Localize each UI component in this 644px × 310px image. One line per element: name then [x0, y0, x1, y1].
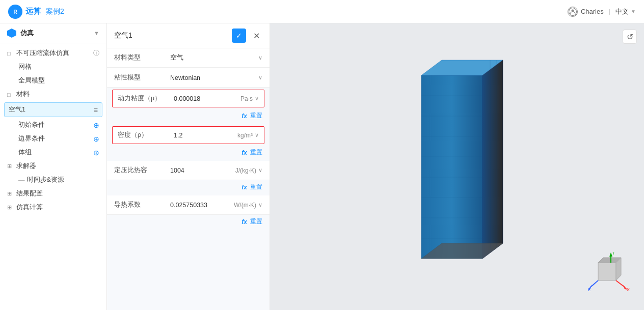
fx-row-specific-heat: fx 重置	[107, 181, 270, 195]
nav-divider: |	[609, 8, 610, 15]
sidebar-item-material[interactable]: □ 材料	[0, 88, 106, 101]
main-layout: 仿真 ▼ □ 不可压缩流体仿真 ⓘ 网格 全局模型 □ 材料	[0, 23, 644, 310]
expand-icon: ⊞	[7, 204, 14, 211]
field-value-material-type: 空气	[170, 53, 256, 62]
logo[interactable]: R 远算	[8, 5, 41, 19]
shield-icon	[7, 29, 16, 38]
panel-confirm-button[interactable]: ✓	[232, 29, 246, 43]
logo-icon: R	[8, 5, 22, 19]
fx-button-specific-heat[interactable]: fx	[242, 184, 247, 191]
language-selector[interactable]: 中文 ▼	[615, 7, 636, 16]
viewport-3d: ↺ Y X	[270, 23, 644, 310]
chevron-down-icon[interactable]: ∨	[258, 74, 262, 81]
sidebar-item-simulation-calc[interactable]: ⊞ 仿真计算	[0, 201, 106, 214]
sidebar-item-mesh[interactable]: 网格	[0, 60, 106, 74]
svg-text:X: X	[627, 287, 630, 292]
add-icon[interactable]: ⊕	[93, 149, 99, 157]
unit-pa-s: Pa·s	[240, 95, 253, 102]
reset-button-dynamic-viscosity[interactable]: 重置	[250, 111, 262, 120]
sidebar-collapse-icon[interactable]: ▼	[94, 30, 99, 36]
panel-close-button[interactable]: ✕	[250, 30, 262, 42]
case-name[interactable]: 案例2	[46, 7, 64, 16]
svg-marker-6	[482, 60, 503, 259]
panel-actions: ✓ ✕	[232, 29, 262, 43]
fx-row-density: fx 重置	[107, 146, 270, 161]
field-thermal-conductivity: 导热系数 0.025750333 W/(m·K) ∨	[107, 195, 270, 215]
chevron-down-icon[interactable]: ∨	[258, 202, 262, 208]
sidebar-header: 仿真 ▼	[0, 23, 106, 43]
expand-icon: □	[7, 92, 14, 98]
reset-button-specific-heat[interactable]: 重置	[250, 183, 262, 191]
sidebar-item-global-model[interactable]: 全局模型	[0, 74, 106, 88]
3d-shape	[406, 55, 508, 259]
sidebar-item-label: 材料	[16, 90, 30, 99]
sidebar-item-solver[interactable]: ⊞ 求解器	[0, 159, 106, 173]
brand-name: 远算	[25, 7, 41, 16]
field-value-density[interactable]: 1.2	[174, 132, 235, 139]
sidebar-item-timestep[interactable]: — 时间步&资源	[0, 173, 106, 187]
expand-icon: □	[7, 50, 14, 57]
reset-button-thermal-conductivity[interactable]: 重置	[250, 217, 262, 226]
svg-text:Z: Z	[588, 287, 591, 292]
fx-button-dynamic-viscosity[interactable]: fx	[242, 112, 247, 120]
sidebar-item-label: 求解器	[16, 162, 36, 171]
field-label-dynamic-viscosity: 动力粘度（μ）	[118, 94, 174, 103]
field-dynamic-viscosity-highlighted: 动力粘度（μ） 0.000018 Pa·s ∨	[112, 90, 264, 107]
field-value-specific-heat: 1004	[170, 167, 233, 174]
sidebar-title-group: 仿真	[7, 29, 34, 38]
sidebar-item-label: 时间步&资源	[27, 176, 64, 184]
sidebar-title: 仿真	[20, 29, 34, 38]
chevron-down-icon[interactable]: ∨	[258, 54, 262, 61]
refresh-icon: ↺	[627, 32, 633, 42]
sidebar-item-initial-conditions[interactable]: 初始条件 ⊕	[0, 118, 106, 132]
svg-rect-18	[598, 263, 616, 280]
fx-row-dynamic-viscosity: fx 重置	[107, 109, 270, 124]
unit-w-mk: W/(m·K)	[234, 202, 256, 209]
chevron-down-icon[interactable]: ∨	[255, 95, 259, 102]
sidebar-item-label: 不可压缩流体仿真	[16, 49, 93, 58]
panel-title: 空气1	[114, 31, 132, 40]
user-section[interactable]: Charles	[568, 7, 604, 17]
sidebar-item-label: 全局模型	[18, 76, 45, 85]
expand-icon: ⊞	[7, 190, 14, 197]
svg-line-27	[591, 280, 598, 287]
field-label-thermal-conductivity: 导热系数	[114, 201, 170, 209]
svg-text:Y: Y	[612, 252, 615, 256]
sidebar-item-label: 体组	[18, 148, 93, 157]
material-panel: 空气1 ✓ ✕ 材料类型 空气 ∨ 粘性模型 Newtonian ∨	[107, 23, 270, 310]
language-label: 中文	[615, 7, 629, 16]
sidebar-item-label: 初始条件	[18, 121, 93, 129]
sidebar-content: □ 不可压缩流体仿真 ⓘ 网格 全局模型 □ 材料 空气1 ≡	[0, 43, 106, 310]
axis-indicator: Y X Z	[588, 252, 634, 300]
field-label-density: 密度（ρ）	[118, 131, 174, 139]
fx-button-density[interactable]: fx	[242, 149, 247, 156]
sidebar-item-label: 空气1	[9, 105, 94, 114]
field-specific-heat: 定压比热容 1004 J/(kg·K) ∨	[107, 161, 270, 180]
sidebar-item-boundary-conditions[interactable]: 边界条件 ⊕	[0, 132, 106, 146]
expand-icon: ⊞	[7, 163, 14, 170]
3d-scene: ↺ Y X	[270, 23, 644, 310]
menu-icon[interactable]: ≡	[94, 106, 98, 114]
fx-button-thermal-conductivity[interactable]: fx	[242, 218, 247, 226]
field-label-viscosity-model: 粘性模型	[114, 73, 170, 82]
field-value-dynamic-viscosity[interactable]: 0.000018	[174, 95, 238, 102]
sidebar-item-simulation[interactable]: □ 不可压缩流体仿真 ⓘ	[0, 46, 106, 60]
sidebar-item-label: 仿真计算	[16, 203, 43, 212]
reset-button-density[interactable]: 重置	[250, 148, 262, 157]
unit-kg-m3: kg/m³	[237, 132, 253, 139]
sidebar-item-air1[interactable]: 空气1 ≡	[4, 102, 102, 117]
sidebar-item-label: 边界条件	[18, 134, 93, 143]
chevron-down-icon[interactable]: ∨	[258, 167, 262, 174]
panel-content: 材料类型 空气 ∨ 粘性模型 Newtonian ∨ 动力粘度（μ） 0.000…	[107, 48, 270, 310]
sidebar-item-body-group[interactable]: 体组 ⊕	[0, 146, 106, 159]
chevron-down-icon: ▼	[631, 9, 636, 14]
sidebar-item-result-config[interactable]: ⊞ 结果配置	[0, 187, 106, 201]
field-value-thermal-conductivity: 0.025750333	[170, 202, 232, 209]
viewport-refresh-button[interactable]: ↺	[623, 30, 637, 44]
chevron-down-icon[interactable]: ∨	[255, 132, 259, 138]
dash-icon: —	[18, 177, 25, 184]
field-label-material-type: 材料类型	[114, 53, 170, 62]
sidebar-item-label: 结果配置	[16, 189, 43, 198]
add-icon[interactable]: ⊕	[93, 121, 99, 129]
add-icon[interactable]: ⊕	[93, 135, 99, 143]
